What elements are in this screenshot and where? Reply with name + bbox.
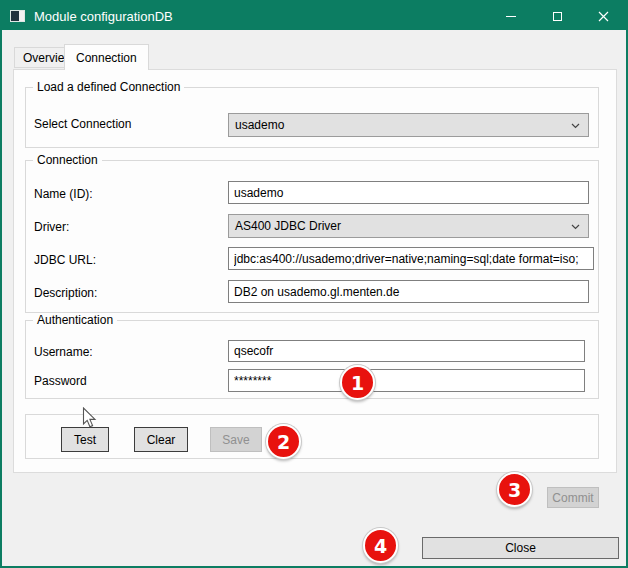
jdbc-url-input[interactable]: [228, 247, 594, 270]
select-connection-label: Select Connection: [34, 117, 131, 131]
select-connection-dropdown[interactable]: usademo: [228, 113, 589, 137]
annotation-badge-1: 1: [340, 365, 375, 400]
jdbc-url-label: JDBC URL:: [34, 253, 96, 267]
dialog-body: Overview Connection Load a defined Conne…: [2, 30, 626, 566]
group-authentication: Authentication Username: Password: [25, 320, 599, 399]
annotation-badge-3: 3: [497, 472, 532, 507]
annotation-badge-2: 2: [266, 424, 301, 459]
clear-button[interactable]: Clear: [134, 427, 188, 452]
username-input[interactable]: [228, 340, 585, 362]
password-label: Password: [34, 374, 87, 388]
maximize-button[interactable]: [534, 2, 580, 30]
tab-connection[interactable]: Connection: [64, 44, 149, 70]
group-load-legend: Load a defined Connection: [33, 80, 184, 94]
group-authentication-legend: Authentication: [33, 313, 117, 327]
driver-label: Driver:: [34, 220, 69, 234]
maximize-icon: [553, 12, 562, 21]
dialog-window: Module configurationDB Overview Connecti…: [0, 0, 628, 568]
name-id-label: Name (ID):: [34, 187, 93, 201]
password-input[interactable]: [228, 369, 585, 392]
window-controls: [488, 2, 626, 30]
chevron-down-icon: [571, 224, 580, 230]
save-button[interactable]: Save: [210, 427, 262, 452]
group-connection-legend: Connection: [33, 153, 102, 167]
description-label: Description:: [34, 286, 97, 300]
tab-content-pane: Load a defined Connection Select Connect…: [13, 69, 617, 473]
group-action-buttons: Test Clear Save: [25, 414, 599, 459]
chevron-down-icon: [571, 123, 580, 129]
mouse-cursor-icon: [82, 407, 97, 429]
group-connection: Connection Name (ID): Driver: AS400 JDBC…: [25, 160, 599, 313]
select-connection-value: usademo: [235, 118, 284, 132]
title-bar: Module configurationDB: [2, 2, 626, 30]
driver-dropdown[interactable]: AS400 JDBC Driver: [228, 214, 589, 238]
username-label: Username:: [34, 345, 93, 359]
commit-button[interactable]: Commit: [547, 487, 599, 508]
minimize-button[interactable]: [488, 2, 534, 30]
group-load-connection: Load a defined Connection Select Connect…: [25, 87, 599, 148]
window-title: Module configurationDB: [34, 9, 173, 24]
description-input[interactable]: [228, 280, 589, 303]
test-button[interactable]: Test: [61, 427, 109, 452]
name-id-input[interactable]: [228, 181, 589, 204]
annotation-badge-4: 4: [363, 528, 398, 563]
close-window-button[interactable]: [580, 2, 626, 30]
close-icon: [598, 11, 609, 22]
driver-value: AS400 JDBC Driver: [235, 219, 341, 233]
minimize-icon: [506, 16, 516, 17]
app-icon: [10, 10, 25, 22]
close-button[interactable]: Close: [422, 537, 619, 559]
